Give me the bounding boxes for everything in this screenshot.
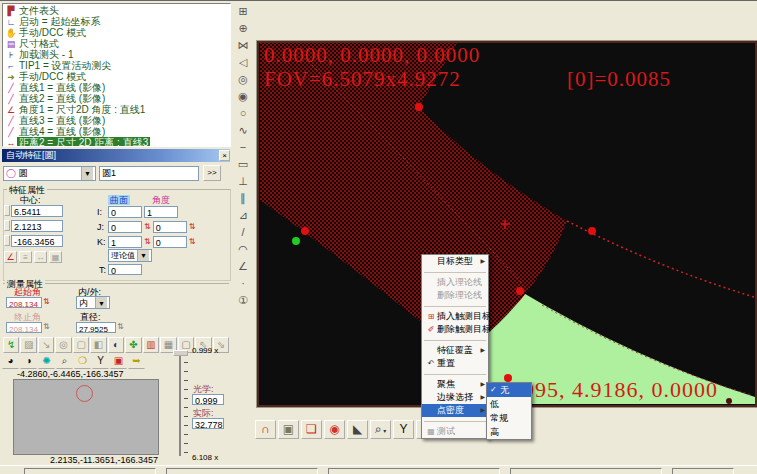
tree-item[interactable]: ▛文件表头 — [5, 5, 230, 16]
menu-item[interactable]: ↶ 重置 — [422, 357, 488, 370]
zoom-icon[interactable]: ⌕ ▾ — [370, 420, 391, 439]
tree-item[interactable]: ∠角度1 = 尺寸2D 角度 : 直线1 — [5, 104, 230, 115]
zoom-slider-track[interactable] — [179, 351, 181, 456]
target-circle-icon[interactable]: ◉ — [324, 420, 345, 439]
stop-box-icon[interactable]: ▣ — [110, 353, 127, 369]
tree-item[interactable]: ▤尺寸格式 — [5, 38, 230, 49]
histogram-icon[interactable]: ▥ — [143, 337, 159, 353]
menu-item[interactable]: 点密度 ▶ — [422, 404, 488, 417]
theo-value-select[interactable]: 理论值 ▼ — [108, 249, 152, 262]
spinner-icon[interactable]: ⇅ — [144, 221, 151, 233]
pie-quarter-icon[interactable]: ◕ — [2, 353, 19, 369]
gear-flower-icon[interactable]: ✤ — [125, 337, 141, 353]
zoom-slider-thumb[interactable] — [173, 350, 188, 356]
circle-icon[interactable]: ○ — [234, 105, 252, 121]
rectangle-icon[interactable]: ▭ — [234, 156, 252, 172]
tree-item[interactable]: ╱直线1 = 直线 (影像) — [5, 82, 230, 93]
menu-item[interactable]: 特征覆盖 ▶ — [422, 344, 488, 357]
center-y-lock-button[interactable] — [4, 220, 10, 231]
contrast-icon[interactable]: ◐ — [108, 337, 124, 353]
tree-item[interactable]: ╱直线2 = 直线 (影像) — [5, 93, 230, 104]
chevron-down-icon[interactable]: ▼ — [81, 167, 93, 180]
spinner-icon[interactable]: ⇅ — [189, 221, 196, 233]
pie-half-icon[interactable]: ◑ — [20, 353, 37, 369]
tree-item[interactable]: ↔距离2 = 尺寸 2D 距离 : 直线3 — [5, 137, 230, 147]
chevron-down-icon[interactable]: ▼ — [95, 297, 107, 309]
center-y-field[interactable]: 2.1213 — [11, 220, 63, 232]
inout-select[interactable]: 内 ▼ — [76, 296, 110, 309]
live-view-image[interactable] — [13, 379, 159, 455]
concentric-icon[interactable]: ◎ — [234, 71, 252, 87]
camera-view[interactable]: 0.0000, 0.0000, 0.0000 FOV=6.5079x4.9272… — [257, 41, 757, 407]
menu-item[interactable]: ⊞ 插入触测目标 — [422, 310, 488, 323]
command-tree[interactable]: ▛文件表头 ∟启动 = 起始坐标系 ✋手动/DCC 模式 ▤尺寸格式 ⊦加载测头… — [2, 3, 231, 147]
parallel-icon[interactable]: ∥ — [234, 190, 252, 206]
menu-item[interactable]: 聚焦 ▶ — [422, 378, 488, 391]
wedge-icon[interactable]: ◣ — [347, 420, 368, 439]
diameter-field[interactable]: 27.9525 — [76, 322, 116, 333]
vector-value-1[interactable]: 0 — [108, 206, 142, 218]
snap-icon[interactable]: ↘ — [38, 337, 54, 353]
submenu-item[interactable]: 高 — [487, 425, 531, 439]
magnifier-icon[interactable]: ⌕ — [56, 353, 73, 369]
tree-item[interactable]: ⊦加载测头 - 1 — [5, 49, 230, 60]
cone-icon[interactable]: ◁ — [234, 54, 252, 70]
chevron-down-icon[interactable]: ▾ — [382, 428, 387, 434]
spinner-icon[interactable]: ⇅ — [189, 236, 196, 248]
pin-button[interactable]: ≡ — [19, 251, 32, 263]
menu-item[interactable]: 删除理论线 — [422, 289, 488, 302]
funnel-icon[interactable]: Y — [393, 420, 414, 439]
half-box-icon[interactable]: ◧ — [90, 337, 106, 353]
vector-value-2[interactable]: 0 — [153, 236, 187, 248]
tree-item[interactable]: ⌐TIP1 = 设置活动测尖 — [5, 60, 230, 71]
tree-item[interactable]: ✋手动/DCC 模式 — [5, 27, 230, 38]
insert-target-icon[interactable]: ❏ — [301, 420, 322, 439]
tree-item[interactable]: ➜手动/DCC 模式 — [5, 71, 230, 82]
tree-item[interactable]: ╱直线4 = 直线 (影像) — [5, 126, 230, 137]
vector-value-2[interactable]: 0 — [153, 221, 187, 233]
start-angle-field[interactable]: 208.134 — [6, 297, 42, 308]
line-icon[interactable]: − — [234, 139, 252, 155]
actual-field[interactable]: 32.778 — [192, 418, 224, 429]
point-icon[interactable]: · — [234, 275, 252, 291]
perpendicular-icon[interactable]: ⊥ — [234, 173, 252, 189]
center-z-lock-button[interactable] — [4, 235, 10, 246]
tree-item[interactable]: ╱直线3 = 直线 (影像) — [5, 115, 230, 126]
profile-icon[interactable]: ⋈ — [234, 37, 252, 53]
curve-icon[interactable]: ∿ — [234, 122, 252, 138]
angle-icon[interactable]: ∠ — [234, 258, 252, 274]
exit-arrow-icon[interactable]: ➥ — [128, 353, 145, 369]
vector-value-1[interactable]: 0 — [108, 221, 142, 233]
feature-name-input[interactable]: 圆1 — [99, 166, 199, 181]
center-x-lock-button[interactable] — [4, 205, 10, 216]
center-z-field[interactable]: -166.3456 — [11, 235, 63, 247]
start-angle-spinner-icon[interactable]: ⇅ — [43, 296, 50, 308]
level-icon[interactable]: Y — [92, 353, 109, 369]
menu-item[interactable]: ✐ 删除触测目标 — [422, 323, 488, 336]
optical-field[interactable]: 0.999 — [192, 394, 224, 405]
submenu-item[interactable]: 常规 — [487, 411, 531, 425]
menu-item[interactable]: 目标类型 ▶ — [422, 255, 488, 268]
circle-cross-icon[interactable]: ⊕ — [234, 20, 252, 36]
menu-item[interactable]: 插入理论线 — [422, 276, 488, 289]
slash-icon[interactable]: / — [234, 224, 252, 240]
submenu-item[interactable]: ✓ 无 — [487, 383, 531, 397]
plane-icon[interactable]: ⊞ — [234, 3, 252, 19]
vector-value-1[interactable]: 1 — [108, 236, 142, 248]
target-gray-icon[interactable]: ◎ — [55, 337, 71, 353]
center-x-field[interactable]: 6.5411 — [11, 205, 63, 217]
box-gray-icon[interactable]: ▢ — [73, 337, 89, 353]
lamp-icon[interactable]: ❍ — [74, 353, 91, 369]
menu-item[interactable]: 边缘选择 ▶ — [422, 391, 488, 404]
feature-type-select[interactable]: ◯ 圆 ▼ — [3, 166, 96, 181]
feature-panel-titlebar[interactable]: 自动特征[圆] — [2, 149, 230, 162]
menu-item[interactable]: ▦ 测试 — [422, 425, 488, 438]
grid-button[interactable]: ▦ — [49, 251, 62, 263]
magnet-icon[interactable]: ∩ — [255, 420, 276, 439]
angularity-icon[interactable]: ⊿ — [234, 207, 252, 223]
feature-panel-close-icon[interactable]: × — [219, 150, 230, 161]
sphere-icon[interactable]: ◉ — [234, 88, 252, 104]
datum-one-icon[interactable]: ① — [234, 292, 252, 308]
t-field[interactable]: 0 — [108, 264, 142, 275]
camera-icon[interactable]: ▣ — [278, 420, 299, 439]
